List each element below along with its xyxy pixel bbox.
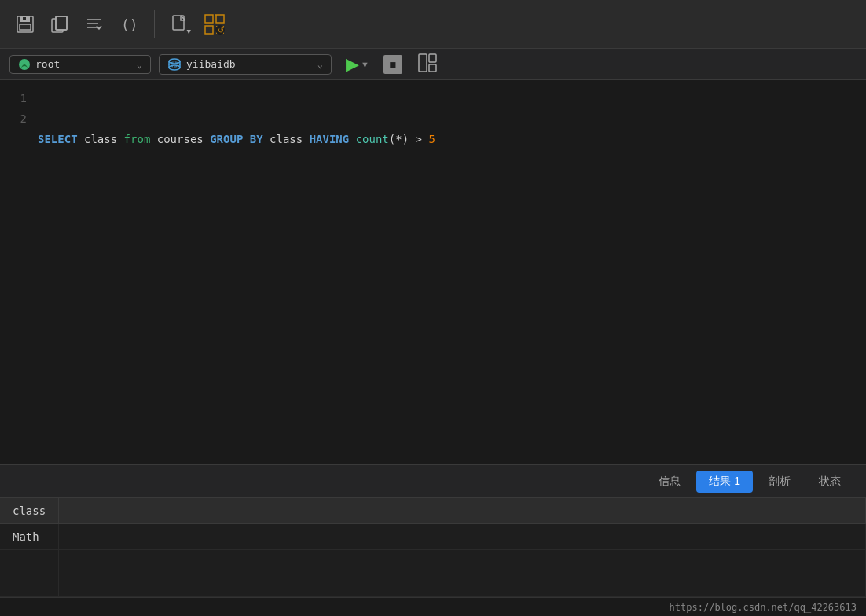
svg-rect-5 bbox=[56, 16, 67, 30]
editor-area: 1 2 SELECT class from courses GROUP BY c… bbox=[0, 80, 866, 465]
stop-icon: ■ bbox=[390, 59, 395, 70]
db-icon bbox=[167, 57, 182, 72]
layout-button[interactable] bbox=[416, 52, 439, 77]
connection-bar: root ⌄ yiibaidb ⌄ ▶ ▼ ■ bbox=[0, 49, 866, 80]
copy-button[interactable] bbox=[46, 10, 74, 38]
svg-rect-2 bbox=[20, 24, 31, 30]
line-number-1: 1 bbox=[0, 88, 27, 108]
cell-class: Math bbox=[0, 524, 59, 550]
column-header-extra bbox=[59, 498, 866, 524]
copy-icon bbox=[50, 14, 70, 35]
tab-analyze[interactable]: 剖析 bbox=[756, 471, 803, 493]
parenthesis-icon: () bbox=[119, 14, 139, 35]
status-url: https://blog.csdn.net/qq_42263613 bbox=[670, 602, 857, 613]
user-leaf-icon bbox=[18, 58, 31, 71]
grid-button[interactable]: ↺ bbox=[200, 10, 229, 38]
keyword-having: HAVING bbox=[310, 133, 350, 145]
toolbar-divider bbox=[154, 10, 155, 38]
results-content: class Math bbox=[0, 498, 866, 597]
table-header-row: class bbox=[0, 498, 866, 524]
new-file-button[interactable]: ▼ bbox=[166, 10, 194, 38]
db-selector[interactable]: yiibaidb ⌄ bbox=[159, 54, 332, 75]
user-selector[interactable]: root ⌄ bbox=[9, 55, 151, 74]
tab-info[interactable]: 信息 bbox=[646, 471, 693, 493]
save-button[interactable] bbox=[11, 10, 39, 38]
code-line-2 bbox=[38, 190, 866, 211]
status-bar: https://blog.csdn.net/qq_42263613 bbox=[0, 597, 866, 616]
results-table: class Math bbox=[0, 498, 866, 597]
keyword-group-by: GROUP BY bbox=[210, 133, 262, 145]
code-editor[interactable]: SELECT class from courses GROUP BY class… bbox=[35, 80, 866, 464]
toolbar: () ▼ ↺ bbox=[0, 0, 866, 49]
stop-button[interactable]: ■ bbox=[383, 55, 402, 74]
svg-point-23 bbox=[169, 65, 180, 70]
column-header-class: class bbox=[0, 498, 59, 524]
tab-result1[interactable]: 结果 1 bbox=[696, 471, 753, 493]
svg-rect-13 bbox=[216, 15, 224, 23]
results-tabs: 信息 结果 1 剖析 状态 bbox=[0, 465, 866, 498]
keyword-select: SELECT bbox=[38, 133, 78, 145]
user-arrow-icon: ⌄ bbox=[137, 59, 142, 70]
format-icon bbox=[84, 14, 105, 35]
svg-rect-27 bbox=[429, 64, 436, 72]
format-button[interactable] bbox=[80, 10, 108, 38]
run-arrow-icon: ▼ bbox=[361, 60, 369, 69]
run-button[interactable]: ▶ ▼ bbox=[339, 51, 376, 78]
keyword-from: from bbox=[124, 133, 151, 145]
code-line-1: SELECT class from courses GROUP BY class… bbox=[38, 129, 866, 149]
svg-rect-25 bbox=[419, 54, 427, 72]
table-row-empty bbox=[0, 550, 866, 597]
parenthesis-button[interactable]: () bbox=[115, 10, 143, 38]
db-label: yiibaidb bbox=[186, 58, 236, 70]
run-icon: ▶ bbox=[346, 54, 359, 75]
line-number-2: 2 bbox=[0, 108, 27, 129]
table-row: Math bbox=[0, 524, 866, 550]
svg-point-20 bbox=[169, 59, 180, 64]
svg-text:(): () bbox=[121, 16, 138, 33]
svg-rect-3 bbox=[23, 17, 26, 20]
db-arrow-icon: ⌄ bbox=[317, 59, 323, 70]
svg-rect-14 bbox=[205, 26, 213, 34]
sql-number: 5 bbox=[428, 133, 435, 145]
tab-status[interactable]: 状态 bbox=[806, 471, 853, 493]
results-area: 信息 结果 1 剖析 状态 class Math bbox=[0, 465, 866, 597]
svg-rect-12 bbox=[205, 15, 213, 23]
save-icon bbox=[15, 14, 35, 35]
grid-icon: ↺ bbox=[203, 13, 226, 36]
svg-text:↺: ↺ bbox=[218, 26, 224, 35]
layout-icon bbox=[416, 52, 439, 74]
keyword-count: count bbox=[356, 133, 389, 145]
user-label: root bbox=[35, 58, 60, 70]
line-numbers: 1 2 bbox=[0, 80, 35, 464]
svg-rect-26 bbox=[429, 54, 436, 62]
